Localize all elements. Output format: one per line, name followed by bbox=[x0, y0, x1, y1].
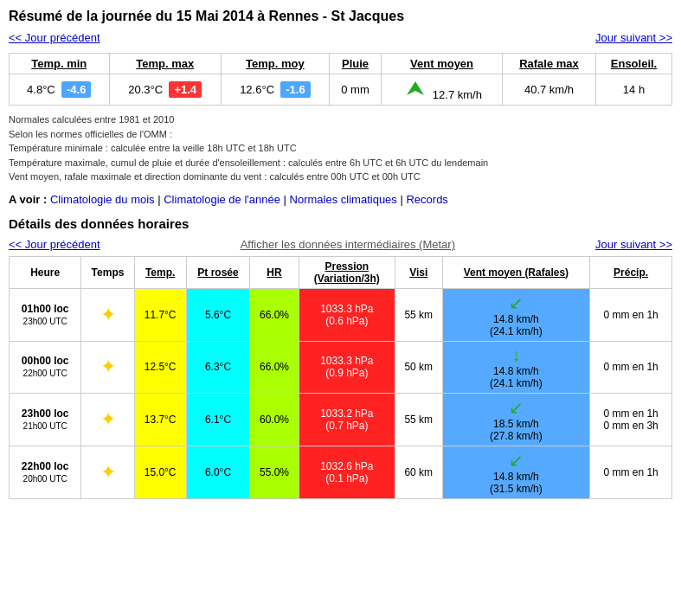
wind-arrow-icon: ↙ bbox=[509, 450, 524, 471]
hr-cell: 66.0% bbox=[250, 341, 299, 393]
val-ensoleil: 14 h bbox=[596, 74, 672, 106]
th-temps: Temps bbox=[81, 256, 134, 288]
pt-rosee-cell: 6.3°C bbox=[186, 341, 250, 393]
sun-icon: ✦ bbox=[100, 304, 116, 325]
note-1: Normales calculées entre 1981 et 2010 bbox=[9, 112, 672, 127]
col-temp-min: Temp. min bbox=[10, 54, 110, 74]
val-temp-min: 4.8°C -4.6 bbox=[10, 74, 110, 106]
vent-cell: ↙14.8 km/h(24.1 km/h) bbox=[442, 288, 590, 341]
temp-cell: 11.7°C bbox=[134, 288, 186, 341]
note-3: Température minimale : calculée entre la… bbox=[9, 141, 672, 156]
pression-cell: 1033.3 hPa(0.6 hPa) bbox=[299, 288, 395, 341]
temps-cell: ✦ bbox=[81, 341, 134, 393]
vent-cell: ↓14.8 km/h(24.1 km/h) bbox=[442, 341, 590, 393]
th-pt-rosee: Pt rosée bbox=[186, 256, 250, 288]
sun-icon: ✦ bbox=[100, 461, 116, 483]
col-temp-moy: Temp. moy bbox=[221, 54, 329, 74]
th-vent: Vent moyen (Rafales) bbox=[442, 256, 590, 288]
pression-cell: 1033.3 hPa(0.9 hPa) bbox=[299, 341, 395, 393]
precip-cell: 0 mm en 1h bbox=[590, 288, 672, 341]
sun-icon: ✦ bbox=[100, 408, 116, 430]
val-pluie: 0 mm bbox=[329, 74, 381, 106]
temp-cell: 13.7°C bbox=[134, 393, 186, 446]
top-nav: << Jour précédent Jour suivant >> bbox=[9, 31, 672, 44]
col-pluie: Pluie bbox=[329, 54, 381, 74]
temps-cell: ✦ bbox=[81, 288, 134, 341]
svg-marker-0 bbox=[407, 81, 424, 95]
temps-cell: ✦ bbox=[81, 393, 134, 446]
a-voir-label: A voir : bbox=[9, 193, 47, 206]
badge-temp-max: +1.4 bbox=[169, 81, 202, 98]
temp-cell: 12.5°C bbox=[134, 341, 186, 393]
inter-prev-link[interactable]: << Jour précédent bbox=[9, 238, 100, 251]
badge-temp-moy: -1.6 bbox=[280, 81, 310, 98]
wind-arrow-icon: ↓ bbox=[511, 345, 520, 365]
visi-cell: 50 km bbox=[395, 341, 442, 393]
link-climatologie-annee[interactable]: Climatologie de l'année bbox=[164, 193, 280, 206]
col-temp-max: Temp. max bbox=[109, 54, 221, 74]
val-vent-moyen: 12.7 km/h bbox=[382, 74, 503, 106]
vent-cell: ↙18.5 km/h(27.8 km/h) bbox=[442, 393, 590, 446]
heure-cell: 23h00 loc21h00 UTC bbox=[10, 393, 81, 446]
next-day-link[interactable]: Jour suivant >> bbox=[595, 31, 672, 44]
precip-cell: 0 mm en 1h bbox=[590, 446, 672, 498]
visi-cell: 55 km bbox=[395, 288, 442, 341]
link-records[interactable]: Records bbox=[406, 193, 447, 206]
pt-rosee-cell: 6.1°C bbox=[186, 393, 250, 446]
inter-nav: << Jour précédent Afficher les données i… bbox=[9, 238, 672, 251]
note-2: Selon les normes officielles de l'OMM : bbox=[9, 127, 672, 142]
heure-cell: 22h00 loc20h00 UTC bbox=[10, 446, 81, 498]
val-temp-max: 20.3°C +1.4 bbox=[109, 74, 221, 106]
col-vent-moyen: Vent moyen bbox=[382, 54, 503, 74]
hr-cell: 55.0% bbox=[250, 446, 299, 498]
val-temp-moy: 12.6°C -1.6 bbox=[221, 74, 329, 106]
link-normales-climatiques[interactable]: Normales climatiques bbox=[290, 193, 397, 206]
visi-cell: 60 km bbox=[395, 446, 442, 498]
wind-arrow-icon: ↙ bbox=[509, 397, 524, 418]
heure-cell: 01h00 loc23h00 UTC bbox=[10, 288, 81, 341]
wind-arrow-icon: ↙ bbox=[509, 292, 524, 313]
inter-metar-link[interactable]: Afficher les données intermédiaires (Met… bbox=[241, 238, 455, 251]
th-pression: Pression(Variation/3h) bbox=[299, 256, 395, 288]
hr-cell: 66.0% bbox=[250, 288, 299, 341]
th-precip: Précip. bbox=[590, 256, 672, 288]
val-rafale-max: 40.7 km/h bbox=[502, 74, 595, 106]
summary-table: Temp. min Temp. max Temp. moy Pluie Vent… bbox=[9, 53, 672, 106]
temps-cell: ✦ bbox=[81, 446, 134, 498]
th-hr: HR bbox=[250, 256, 299, 288]
th-visi: Visi bbox=[395, 256, 442, 288]
detail-title: Détails des données horaires bbox=[9, 216, 672, 231]
pt-rosee-cell: 5.6°C bbox=[186, 288, 250, 341]
precip-cell: 0 mm en 1h0 mm en 3h bbox=[590, 393, 672, 446]
badge-temp-min: -4.6 bbox=[61, 81, 91, 98]
hr-cell: 60.0% bbox=[250, 393, 299, 446]
heure-cell: 00h00 loc22h00 UTC bbox=[10, 341, 81, 393]
note-5: Vent moyen, rafale maximale et direction… bbox=[9, 170, 672, 184]
pression-cell: 1032.6 hPa(0.1 hPa) bbox=[299, 446, 395, 498]
temp-cell: 15.0°C bbox=[134, 446, 186, 498]
th-heure: Heure bbox=[10, 256, 81, 288]
sun-icon: ✦ bbox=[100, 356, 116, 377]
note-4: Température maximale, cumul de pluie et … bbox=[9, 156, 672, 170]
th-temp: Temp. bbox=[134, 256, 186, 288]
vent-cell: ↙14.8 km/h(31.5 km/h) bbox=[442, 446, 590, 498]
visi-cell: 55 km bbox=[395, 393, 442, 446]
wind-direction-icon bbox=[402, 78, 429, 99]
data-table: Heure Temps Temp. Pt rosée HR Pression(V… bbox=[9, 256, 672, 499]
notes-section: Normales calculées entre 1981 et 2010 Se… bbox=[9, 112, 672, 184]
inter-next-link[interactable]: Jour suivant >> bbox=[595, 238, 672, 251]
col-rafale-max: Rafale max bbox=[502, 54, 595, 74]
pt-rosee-cell: 6.0°C bbox=[186, 446, 250, 498]
precip-cell: 0 mm en 1h bbox=[590, 341, 672, 393]
prev-day-link[interactable]: << Jour précédent bbox=[9, 31, 100, 44]
col-ensoleil: Ensoleil. bbox=[596, 54, 672, 74]
page-title: Résumé de la journée du 15 Mai 2014 à Re… bbox=[9, 9, 672, 24]
a-voir-section: A voir : Climatologie du mois | Climatol… bbox=[9, 193, 672, 206]
pression-cell: 1033.2 hPa(0.7 hPa) bbox=[299, 393, 395, 446]
link-climatologie-mois[interactable]: Climatologie du mois bbox=[50, 193, 155, 206]
